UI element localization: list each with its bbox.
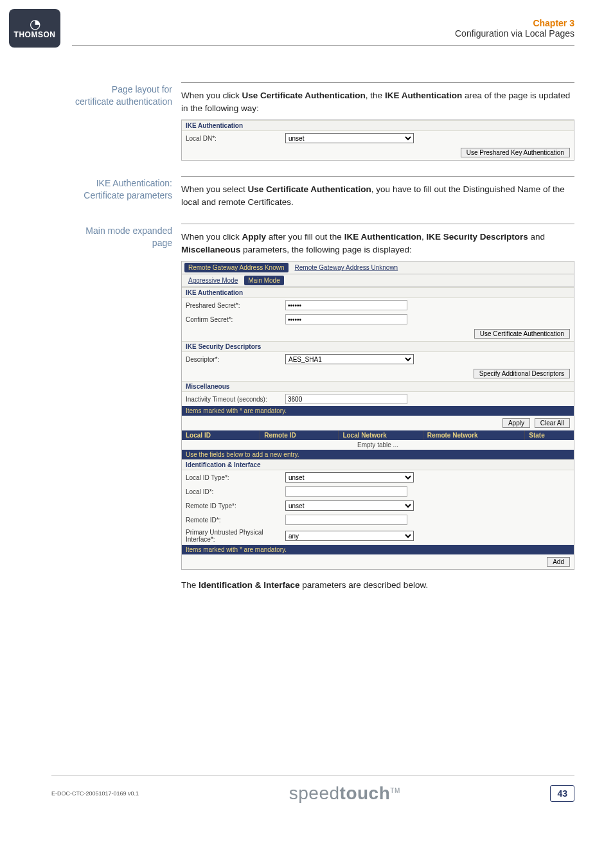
chapter-subtitle: Configuration via Local Pages xyxy=(455,28,574,39)
local-dn-label: Local DN*: xyxy=(186,135,285,142)
add-button[interactable]: Add xyxy=(547,557,570,567)
section-header-misc: Miscellaneous xyxy=(182,381,574,392)
page-footer: E-DOC-CTC-20051017-0169 v0.1 speedtouchT… xyxy=(51,775,574,804)
preshared-secret-input[interactable] xyxy=(285,300,407,310)
brand-tab: ◔ THOMSON xyxy=(9,9,60,48)
main-mode-panel: Remote Gateway Address KnownRemote Gatew… xyxy=(181,261,574,570)
mandatory-note: Items marked with * are mandatory. xyxy=(182,406,574,416)
use-preshared-key-button[interactable]: Use Preshared Key Authentication xyxy=(461,148,570,157)
remote-id-label: Remote ID*: xyxy=(186,517,285,524)
col-remote-network: Remote Network xyxy=(423,430,526,440)
col-local-network: Local Network xyxy=(339,430,423,440)
preshared-secret-label: Preshared Secret*: xyxy=(186,302,285,309)
interface-label: Primary Untrusted Physical Interface*: xyxy=(186,529,285,543)
table-empty: Empty table ... xyxy=(182,440,574,450)
chapter-title: Chapter 3 xyxy=(455,18,574,28)
local-id-label: Local ID*: xyxy=(186,488,285,495)
local-id-type-select[interactable]: unset xyxy=(285,472,414,483)
brand-name: THOMSON xyxy=(14,30,56,39)
content-area: Page layout for certificate authenticati… xyxy=(72,82,574,607)
tab-remote-known[interactable]: Remote Gateway Address Known xyxy=(184,263,289,272)
col-state: State xyxy=(525,430,574,440)
descriptor-select[interactable]: AES_SHA1 xyxy=(285,354,414,364)
section-header-ident: Identification & Interface xyxy=(182,459,574,470)
tabs-row-2: Aggressive ModeMain Mode xyxy=(182,274,574,287)
page-header: Chapter 3 Configuration via Local Pages xyxy=(455,18,574,39)
use-certificate-auth-button[interactable]: Use Certificate Authentication xyxy=(474,329,570,339)
interface-select[interactable]: any xyxy=(285,531,414,541)
timeout-label: Inactivity Timeout (seconds): xyxy=(186,396,285,403)
section-cert-layout: Page layout for certificate authenticati… xyxy=(72,82,574,161)
section-header-ike-auth: IKE Authentication xyxy=(182,287,574,298)
add-entry-note: Use the fields below to add a new entry. xyxy=(182,450,574,459)
tab-main-mode[interactable]: Main Mode xyxy=(244,276,283,285)
descriptor-label: Descriptor*: xyxy=(186,356,285,363)
section-label: Main mode expanded page xyxy=(72,224,181,592)
confirm-secret-label: Confirm Secret*: xyxy=(186,316,285,323)
section-outro: The Identification & Interface parameter… xyxy=(181,579,574,592)
section-cert-params: IKE Authentication: Certificate paramete… xyxy=(72,176,574,208)
remote-id-type-label: Remote ID Type*: xyxy=(186,502,285,509)
tabs-row-1: Remote Gateway Address KnownRemote Gatew… xyxy=(182,261,574,274)
col-remote-id: Remote ID xyxy=(260,430,339,440)
clear-all-button[interactable]: Clear All xyxy=(535,418,570,428)
col-local-id: Local ID xyxy=(182,430,260,440)
apply-button[interactable]: Apply xyxy=(502,418,530,428)
tab-remote-unknown[interactable]: Remote Gateway Address Unknown xyxy=(291,263,402,272)
specify-descriptors-button[interactable]: Specify Additional Descriptors xyxy=(474,369,570,378)
mandatory-note-2: Items marked with * are mandatory. xyxy=(182,545,574,554)
panel-section-header: IKE Authentication xyxy=(182,120,574,131)
remote-id-input[interactable] xyxy=(285,515,407,525)
tab-aggressive-mode[interactable]: Aggressive Mode xyxy=(184,276,242,285)
section-intro: When you click Use Certificate Authentic… xyxy=(181,89,574,114)
section-label: IKE Authentication: Certificate paramete… xyxy=(72,176,181,208)
header-rule xyxy=(72,45,574,46)
product-name: speedtouchTM xyxy=(289,783,400,804)
doc-id: E-DOC-CTC-20051017-0169 v0.1 xyxy=(51,790,139,797)
section-main-mode-expanded: Main mode expanded page When you click A… xyxy=(72,224,574,592)
section-intro: When you click Apply after you fill out … xyxy=(181,231,574,256)
section-body: When you select Use Certificate Authenti… xyxy=(181,183,574,208)
local-dn-select[interactable]: unset xyxy=(285,133,414,143)
section-label: Page layout for certificate authenticati… xyxy=(72,82,181,161)
page-number: 43 xyxy=(550,785,574,802)
ike-auth-cert-panel: IKE Authentication Local DN*: unset Use … xyxy=(181,120,574,161)
remote-id-type-select[interactable]: unset xyxy=(285,500,414,511)
brand-icon: ◔ xyxy=(30,17,40,30)
local-id-input[interactable] xyxy=(285,486,407,497)
local-id-type-label: Local ID Type*: xyxy=(186,474,285,481)
section-header-ike-sec: IKE Security Descriptors xyxy=(182,341,574,352)
timeout-input[interactable] xyxy=(285,394,407,404)
table-header: Local ID Remote ID Local Network Remote … xyxy=(182,430,574,440)
confirm-secret-input[interactable] xyxy=(285,314,407,324)
